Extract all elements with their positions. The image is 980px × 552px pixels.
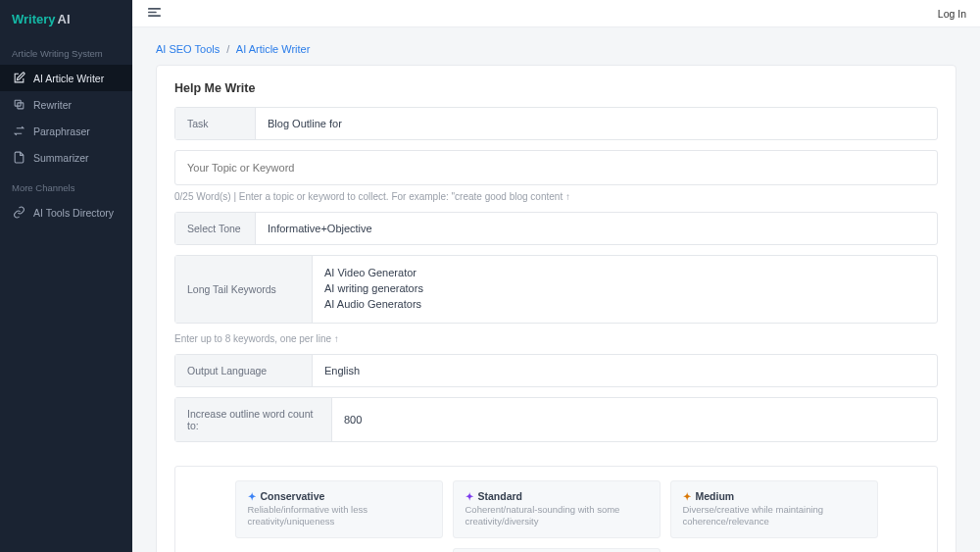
sidebar-item-summarizer[interactable]: Summarizer	[0, 144, 132, 171]
tone-row: Select Tone Informative+Objective	[174, 212, 938, 245]
option-desc: Diverse/creative while maintaining coher…	[683, 504, 865, 528]
option-conservative[interactable]: ✦Conservative Reliable/informative with …	[235, 480, 443, 538]
ltk-line: AI writing generators	[324, 281, 423, 297]
breadcrumb-root[interactable]: AI SEO Tools	[156, 43, 220, 55]
lang-label: Output Language	[175, 355, 313, 386]
wc-input[interactable]	[344, 414, 925, 426]
edit-icon	[12, 72, 25, 84]
topic-helper: 0/25 Word(s) | Enter a topic or keyword …	[174, 191, 938, 202]
option-desc: Coherent/natural-sounding with some crea…	[466, 504, 648, 528]
wc-value[interactable]	[332, 398, 937, 441]
ltk-helper: Enter up to 8 keywords, one per line ↑	[174, 333, 938, 344]
breadcrumb-current: AI Article Writer	[236, 43, 311, 55]
breadcrumb-sep: /	[226, 43, 229, 55]
sidebar: WriteryAI Article Writing System AI Arti…	[0, 0, 132, 552]
sidebar-section-writing: Article Writing System	[0, 36, 132, 65]
copy-icon	[12, 98, 25, 111]
topic-input[interactable]	[187, 162, 925, 174]
ltk-line: AI Video Generator	[324, 266, 423, 281]
sidebar-item-paraphraser[interactable]: Paraphraser	[0, 118, 132, 144]
link-icon	[12, 206, 25, 219]
login-link[interactable]: Log In	[938, 8, 966, 20]
option-standard[interactable]: ✦Standard Coherent/natural-sounding with…	[453, 480, 661, 538]
option-creative[interactable]: ✦Creative Highly creative/unpredictable …	[453, 548, 661, 552]
task-value[interactable]: Blog Outline for	[256, 108, 937, 139]
sidebar-item-label: Paraphraser	[33, 125, 90, 137]
swap-icon	[12, 125, 25, 137]
ltk-value[interactable]: AI Video Generator AI writing generators…	[313, 256, 937, 323]
sidebar-item-label: Rewriter	[33, 99, 72, 111]
lang-selected: English	[324, 365, 360, 376]
tone-label: Select Tone	[175, 213, 256, 244]
option-desc: Reliable/informative with less creativit…	[248, 504, 430, 528]
sidebar-item-label: AI Tools Directory	[33, 207, 114, 219]
logo-brand: Writery	[12, 12, 56, 26]
logo-suffix: AI	[58, 12, 71, 26]
page-title: Help Me Write	[174, 81, 938, 95]
topbar: Log In	[132, 0, 980, 27]
breadcrumb: AI SEO Tools / AI Article Writer	[156, 39, 956, 65]
ltk-label: Long Tail Keywords	[175, 256, 313, 323]
tone-value[interactable]: Informative+Objective	[256, 213, 937, 244]
doc-icon	[12, 151, 25, 164]
sidebar-item-rewriter[interactable]: Rewriter	[0, 91, 132, 118]
lang-value[interactable]: English	[313, 355, 937, 386]
wc-label: Increase outline word count to:	[175, 398, 332, 441]
option-title: Standard	[478, 490, 523, 502]
ltk-row: Long Tail Keywords AI Video Generator AI…	[174, 255, 938, 324]
task-selected: Blog Outline for	[268, 118, 342, 129]
sidebar-section-more: More Channels	[0, 171, 132, 199]
option-medium[interactable]: ✦Medium Diverse/creative while maintaini…	[670, 480, 878, 538]
wc-row: Increase outline word count to:	[174, 397, 938, 442]
lang-row: Output Language English	[174, 354, 938, 387]
form-card: Help Me Write Task Blog Outline for 0/25…	[156, 65, 956, 552]
task-label: Task	[175, 108, 256, 139]
tone-selected: Informative+Objective	[268, 223, 372, 234]
option-title: Conservative	[261, 490, 325, 502]
sidebar-item-ai-article-writer[interactable]: AI Article Writer	[0, 65, 132, 91]
sidebar-item-label: AI Article Writer	[33, 73, 104, 84]
ltk-line: AI Audio Generators	[324, 297, 423, 313]
sidebar-item-ai-tools-directory[interactable]: AI Tools Directory	[0, 199, 132, 226]
topic-input-wrap	[174, 150, 938, 185]
hamburger-icon[interactable]	[146, 4, 163, 24]
sparkle-icon: ✦	[466, 491, 473, 502]
task-row: Task Blog Outline for	[174, 107, 938, 140]
main: Log In AI SEO Tools / AI Article Writer …	[132, 0, 980, 552]
option-title: Medium	[696, 490, 735, 502]
sidebar-item-label: Summarizer	[33, 152, 89, 164]
sparkle-icon: ✦	[248, 491, 256, 502]
creativity-options: ✦Conservative Reliable/informative with …	[174, 466, 938, 552]
logo[interactable]: WriteryAI	[0, 0, 132, 36]
sparkle-icon: ✦	[683, 491, 691, 502]
content: AI SEO Tools / AI Article Writer Help Me…	[132, 27, 980, 552]
